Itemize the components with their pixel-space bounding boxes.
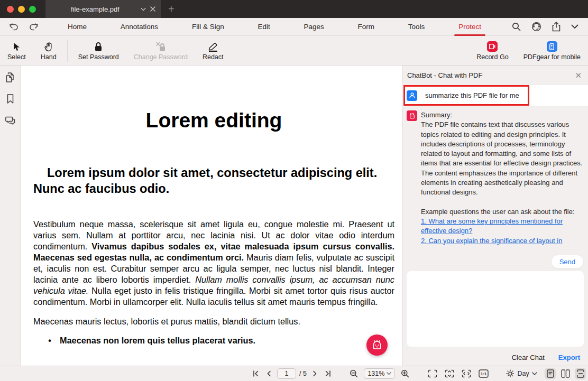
fit-page-icon[interactable] <box>424 366 441 381</box>
collapse-toolbar-chevron-icon[interactable] <box>571 24 578 29</box>
record-go-button[interactable]: Record Go <box>469 36 516 65</box>
menubar-right-icons <box>512 22 588 32</box>
continuous-scroll-view-button[interactable] <box>575 368 586 379</box>
tab-home[interactable]: Home <box>67 18 88 35</box>
chatbot-close-icon[interactable]: ✕ <box>575 71 582 80</box>
document-tab-title: file-example.pdf <box>54 5 136 13</box>
chat-footer: Clear Chat Export <box>402 349 588 366</box>
document-tab[interactable]: file-example.pdf <box>45 0 161 18</box>
lock-x-icon <box>155 40 166 52</box>
pdf-viewer[interactable]: Lorem editing Lorem ipsum dolor sit amet… <box>21 66 402 366</box>
page-number-input[interactable] <box>277 368 296 379</box>
minimize-window-button[interactable] <box>18 6 25 13</box>
two-page-view-button[interactable] <box>560 368 571 379</box>
support-icon[interactable] <box>531 22 541 32</box>
chatbot-title: ChatBot - Chat with PDF <box>407 71 575 79</box>
statusbar: / 5 131% 1:1 <box>0 366 588 381</box>
undo-icon[interactable] <box>7 21 20 33</box>
day-mode-label: Day <box>517 370 529 377</box>
next-page-icon[interactable] <box>309 366 321 381</box>
fit-height-icon[interactable] <box>441 366 458 381</box>
redact-button[interactable]: Redact <box>195 36 231 65</box>
tab-form[interactable]: Form <box>357 18 376 35</box>
user-message-row: summarize this PDF file for me <box>402 85 588 106</box>
pdf-page: Lorem editing Lorem ipsum dolor sit amet… <box>21 66 402 346</box>
tab-fill-sign[interactable]: Fill & Sign <box>191 18 225 35</box>
send-button[interactable]: Send <box>552 255 583 268</box>
chat-input-wrap <box>402 271 588 349</box>
bot-summary-label: Summary: <box>421 110 584 120</box>
bot-summary-text: The PDF file contains text that discusse… <box>421 120 584 197</box>
pdfgear-mobile-button[interactable]: PDFgear for mobile <box>516 36 588 65</box>
traffic-lights <box>0 0 45 18</box>
share-icon[interactable] <box>552 22 561 32</box>
tab-annotations[interactable]: Annotations <box>120 18 159 35</box>
zoom-level-value: 131% <box>368 370 384 377</box>
clear-chat-button[interactable]: Clear Chat <box>512 354 545 361</box>
hand-icon <box>44 40 53 52</box>
tab-chevron-down-icon[interactable] <box>141 7 146 11</box>
record-go-icon <box>487 40 498 52</box>
lock-icon <box>94 40 103 52</box>
tab-pages[interactable]: Pages <box>303 18 325 35</box>
previous-page-icon[interactable] <box>263 366 275 381</box>
chatbot-fab-button[interactable] <box>366 334 388 356</box>
first-page-icon[interactable] <box>249 366 263 381</box>
select-tool-button[interactable]: Select <box>0 36 33 65</box>
tab-close-icon[interactable] <box>150 6 155 12</box>
message-gap <box>421 198 584 207</box>
doc-bullet-item: • Maecenas non lorem quis tellus placera… <box>33 336 394 346</box>
new-tab-button[interactable]: + <box>161 0 182 18</box>
protect-toolbar: Select Hand Set Password Change Password <box>0 36 588 66</box>
doc-subtitle: Lorem ipsum dolor sit amet, consectetur … <box>33 165 394 197</box>
fit-width-icon[interactable] <box>458 366 475 381</box>
user-message-text: summarize this PDF file for me <box>425 91 519 99</box>
tab-edit[interactable]: Edit <box>256 18 271 35</box>
search-icon[interactable] <box>512 22 521 31</box>
zoom-in-icon[interactable] <box>397 366 413 381</box>
zoom-chevron-icon <box>387 372 391 375</box>
change-password-button: Change Password <box>126 36 195 65</box>
chatbot-header: ChatBot - Chat with PDF ✕ <box>402 66 588 85</box>
set-password-button[interactable]: Set Password <box>71 36 126 65</box>
bot-avatar-column <box>407 110 421 253</box>
redo-icon[interactable] <box>27 21 40 33</box>
last-page-icon[interactable] <box>321 366 335 381</box>
doc-paragraph-1: Vestibulum neque massa, scelerisque sit … <box>33 219 394 308</box>
ribbon-tabs: Home Annotations Fill & Sign Edit Pages … <box>40 18 512 35</box>
tab-protect[interactable]: Protect <box>457 18 482 35</box>
day-mode-dropdown[interactable]: Day <box>503 369 540 378</box>
thumbnails-icon[interactable] <box>4 71 17 83</box>
doc-title: Lorem editing <box>33 109 394 132</box>
close-window-button[interactable] <box>7 6 14 13</box>
mobile-phone-icon <box>547 40 557 52</box>
user-avatar <box>407 90 417 101</box>
export-button[interactable]: Export <box>558 354 580 361</box>
zoom-out-icon[interactable] <box>346 366 362 381</box>
examples-intro: Example questions the user can ask about… <box>421 207 584 217</box>
bookmark-icon[interactable] <box>4 92 17 105</box>
tab-tools[interactable]: Tools <box>407 18 426 35</box>
zoom-level-dropdown[interactable]: 131% <box>364 368 395 379</box>
history-controls <box>0 21 40 33</box>
hand-tool-button[interactable]: Hand <box>33 36 64 65</box>
chat-input[interactable] <box>407 271 584 347</box>
example-question-1-link[interactable]: 1. What are some key principles mentione… <box>421 217 584 236</box>
chat-messages[interactable]: Summary: The PDF file contains text that… <box>402 106 588 253</box>
page-total-label: / 5 <box>299 370 307 377</box>
app-window: file-example.pdf + Home Annotations Fill… <box>0 0 588 381</box>
toolbar-divider <box>67 40 68 62</box>
bot-message: Summary: The PDF file contains text that… <box>421 110 584 253</box>
actual-size-icon[interactable]: 1:1 <box>475 366 492 381</box>
bullet-marker: • <box>46 336 53 346</box>
bot-avatar <box>407 110 417 121</box>
zoom-window-button[interactable] <box>29 6 36 13</box>
day-chevron-icon <box>532 372 537 375</box>
robot-icon <box>371 339 383 351</box>
comments-icon[interactable] <box>4 114 17 127</box>
sun-icon <box>506 369 514 378</box>
send-row: Send <box>402 253 588 271</box>
single-page-view-button[interactable] <box>545 368 556 379</box>
example-question-2-link[interactable]: 2. Can you explain the significance of l… <box>421 236 584 246</box>
doc-paragraph-2: Maecenas mauris lectus, lobortis et puru… <box>33 317 394 327</box>
